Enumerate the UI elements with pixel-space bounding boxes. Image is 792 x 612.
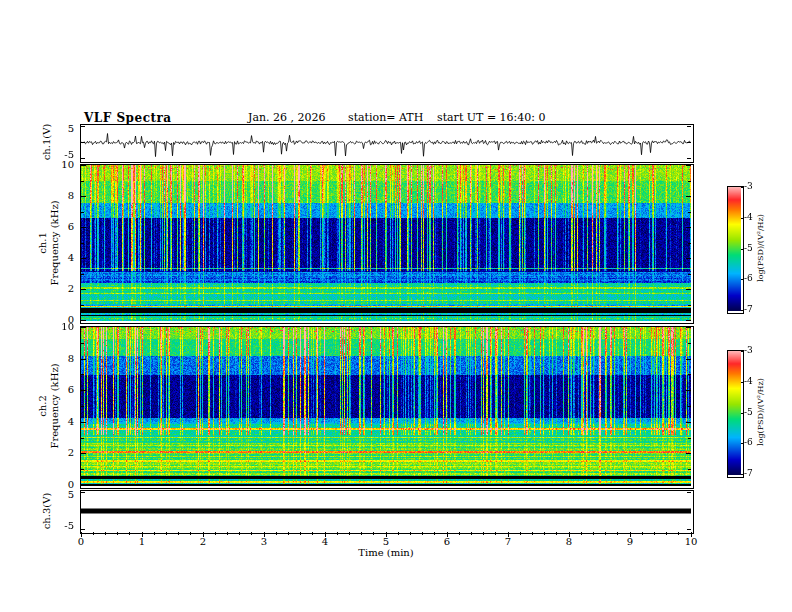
wave3-y-tick — [687, 511, 691, 512]
x-minor-tick — [129, 532, 130, 535]
cbar1-tick — [741, 310, 744, 311]
wave1-y-tick — [687, 158, 691, 159]
cbar1-tick — [741, 249, 744, 250]
ch2-frequency-axis-label: ch.2 Frequency (kHz) — [37, 363, 61, 448]
x-minor-tick — [251, 532, 252, 535]
ch2-frequency-axis-label-line1: ch.2 — [37, 363, 49, 448]
x-minor-tick — [227, 532, 228, 535]
x-minor-tick — [117, 532, 118, 535]
x-minor-tick — [654, 532, 655, 535]
spec2-y-tick — [81, 327, 86, 328]
x-minor-tick — [190, 532, 191, 535]
wave1-y-tick — [687, 142, 691, 143]
spec1-y-minor-tick — [81, 243, 84, 244]
wave3-y-tick — [81, 529, 85, 530]
ch1-colorbar-canvas — [728, 187, 741, 311]
spec1-y-minor-tick — [81, 181, 84, 182]
x-tick-label: 2 — [193, 537, 213, 547]
x-minor-tick — [105, 532, 106, 535]
ch1-frequency-axis-label-line1: ch.1 — [37, 200, 49, 285]
x-minor-tick — [605, 532, 606, 535]
cbar1-tick — [741, 187, 744, 188]
ch1-spectrogram-canvas — [81, 165, 691, 321]
spec2-y-minor-tick — [81, 374, 84, 375]
x-minor-tick — [178, 532, 179, 535]
x-tick-label: 0 — [71, 537, 91, 547]
cbar2-tick-label: -6 — [744, 438, 753, 447]
x-minor-tick — [373, 532, 374, 535]
x-tick-label: 3 — [254, 537, 274, 547]
cbar2-tick — [741, 382, 744, 383]
spec1-y-minor-tick — [81, 212, 84, 213]
cbar2-tick-label: -4 — [744, 377, 753, 386]
ch1-colorbar — [727, 186, 744, 314]
spec1-y-minor-tick — [81, 305, 84, 306]
spec2-y-tick — [81, 359, 86, 360]
x-minor-tick — [93, 532, 94, 535]
x-minor-tick — [154, 532, 155, 535]
spec1-y-tick — [81, 227, 86, 228]
spec2-y-tick — [686, 359, 691, 360]
ch1-colorbar-label: log(PSD)/(V²/Hz) — [756, 214, 766, 282]
spec1-y-minor-tick — [688, 212, 691, 213]
x-minor-tick — [544, 532, 545, 535]
spec1-y-minor-tick — [81, 274, 84, 275]
x-minor-tick — [581, 532, 582, 535]
wave3-y-tick — [687, 529, 691, 530]
spec1-y-tick-label: 2 — [50, 284, 74, 294]
spec1-y-tick — [686, 289, 691, 290]
x-minor-tick — [398, 532, 399, 535]
spec2-y-tick-label: 4 — [50, 417, 74, 427]
wave3-y-tick — [81, 511, 85, 512]
x-minor-tick — [495, 532, 496, 535]
spec2-y-tick — [686, 485, 691, 486]
cbar1-tick-label: -5 — [744, 244, 753, 253]
x-minor-tick — [361, 532, 362, 535]
cbar1-tick-label: -3 — [744, 182, 753, 191]
x-tick-label: 5 — [376, 537, 396, 547]
x-minor-tick — [422, 532, 423, 535]
ch3-waveform-panel — [80, 490, 694, 534]
x-tick-label: 4 — [315, 537, 335, 547]
cbar1-tick-label: -7 — [744, 305, 753, 314]
spec1-y-minor-tick — [688, 243, 691, 244]
spec1-y-tick — [81, 258, 86, 259]
wave1-y-tick — [81, 158, 85, 159]
spec2-y-minor-tick — [688, 406, 691, 407]
cbar1-tick-label: -4 — [744, 213, 753, 222]
spec2-y-tick-label: 8 — [50, 354, 74, 364]
ch2-spectrogram-canvas — [81, 327, 691, 486]
spec2-y-minor-tick — [81, 469, 84, 470]
spec2-y-tick — [81, 453, 86, 454]
spec1-y-tick-label: 6 — [50, 222, 74, 232]
spec1-y-tick-label: 8 — [50, 191, 74, 201]
x-minor-tick — [215, 532, 216, 535]
x-minor-tick — [434, 532, 435, 535]
ch3-waveform-canvas — [81, 491, 691, 531]
spec1-y-tick — [81, 289, 86, 290]
spec2-y-minor-tick — [688, 343, 691, 344]
x-minor-tick — [349, 532, 350, 535]
cbar1-tick — [741, 279, 744, 280]
x-minor-tick — [593, 532, 594, 535]
spec1-y-tick — [81, 320, 86, 321]
x-tick-label: 6 — [437, 537, 457, 547]
wave3-y-tick-label: -5 — [50, 521, 74, 531]
time-axis-label: Time (min) — [358, 547, 413, 558]
cbar2-tick — [741, 474, 744, 475]
spec2-y-tick — [81, 390, 86, 391]
spec1-y-minor-tick — [688, 305, 691, 306]
start-ut-label: start UT = 16:40: 0 — [437, 111, 546, 124]
spec2-y-tick — [81, 485, 86, 486]
cbar2-tick-label: -7 — [744, 469, 753, 478]
spec2-y-minor-tick — [688, 469, 691, 470]
x-minor-tick — [166, 532, 167, 535]
x-minor-tick — [288, 532, 289, 535]
cbar1-tick — [741, 218, 744, 219]
spec2-y-tick — [81, 422, 86, 423]
spec2-y-tick-label: 6 — [50, 385, 74, 395]
ch1-waveform-panel — [80, 124, 694, 163]
x-minor-tick — [239, 532, 240, 535]
spec2-y-minor-tick — [81, 343, 84, 344]
spec1-y-tick-label: 10 — [50, 160, 74, 170]
